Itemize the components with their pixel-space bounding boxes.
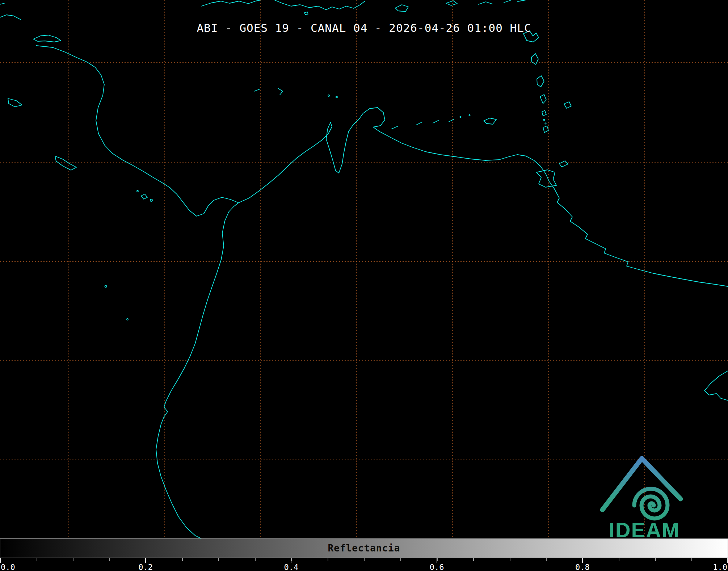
coastline-segment — [504, 0, 510, 3]
island-outline — [395, 5, 408, 12]
island-dot — [543, 119, 544, 120]
island-dot — [469, 114, 470, 116]
coastline-segment — [201, 0, 261, 6]
island-outline — [449, 119, 454, 122]
coastline-segment — [8, 98, 22, 107]
island-dot — [150, 199, 152, 201]
island-outline — [559, 161, 568, 167]
colorbar-major-tick — [145, 558, 146, 563]
island-outline — [484, 118, 496, 124]
colorbar-major-tick — [437, 558, 437, 563]
colorbar-tick-label: 0.8 — [575, 563, 590, 571]
colorbar-major-tick — [582, 558, 583, 563]
island-outline — [433, 120, 439, 123]
image-title: ABI - GOES 19 - CANAL 04 - 2026-04-26 01… — [197, 21, 531, 34]
colorbar-tick-label: 0.0 — [1, 563, 15, 571]
island-dot — [105, 286, 107, 287]
coastline-segment — [0, 3, 4, 4]
colorbar: Reflectancia 0.0 0.2 0.4 0.6 0.8 1.0 — [0, 538, 728, 571]
island-dot — [460, 116, 461, 117]
colorbar-tick-labels: 0.0 0.2 0.4 0.6 0.8 1.0 — [0, 563, 728, 571]
colorbar-tick-marks — [0, 558, 728, 563]
ideam-logo: IDEAM — [598, 448, 692, 541]
colorbar-major-tick — [0, 558, 1, 563]
colorbar-tick-label: 1.0 — [713, 563, 727, 571]
island-outline — [446, 1, 457, 5]
colorbar-tick-label: 0.2 — [138, 563, 153, 571]
island-dot — [336, 96, 337, 98]
island-outline — [531, 54, 538, 64]
satellite-image-viewport: ABI - GOES 19 - CANAL 04 - 2026-04-26 01… — [0, 0, 728, 571]
colorbar-major-tick — [291, 558, 291, 563]
island-outline — [416, 122, 422, 125]
island-outline — [564, 102, 571, 108]
coastline-segment — [55, 156, 76, 170]
coastline-segment — [479, 2, 492, 4]
logo-wordmark: IDEAM — [609, 518, 680, 541]
colorbar-tick-label: 0.4 — [284, 563, 299, 571]
island-outline — [540, 95, 546, 104]
colorbar-label: Reflectancia — [328, 543, 400, 554]
coastline-segment — [36, 46, 728, 286]
island-outline — [141, 194, 147, 199]
graticule-meridians — [69, 0, 644, 538]
island-outline — [278, 88, 283, 95]
island-outline — [304, 12, 308, 14]
logo-spiral-icon — [634, 489, 668, 518]
island-outline — [254, 89, 260, 91]
island-outline — [537, 76, 544, 87]
island-dot — [328, 95, 329, 96]
island-outline — [542, 110, 546, 116]
coastline-segment — [33, 35, 61, 42]
graticule-parallels — [0, 63, 728, 459]
coastline-segment — [274, 0, 365, 10]
coastline-segment — [156, 203, 239, 538]
coastline-segment — [704, 371, 728, 400]
coastline-segment — [0, 15, 21, 20]
colorbar-gradient: Reflectancia — [0, 538, 728, 558]
coastline-segment — [518, 0, 526, 1]
island-outline — [543, 126, 548, 133]
island-dot — [137, 190, 138, 192]
island-dot — [545, 123, 546, 124]
colorbar-tick-label: 0.6 — [430, 563, 444, 571]
island-dot — [127, 319, 128, 320]
coastline-segment — [392, 126, 397, 129]
island-outline — [536, 170, 556, 187]
